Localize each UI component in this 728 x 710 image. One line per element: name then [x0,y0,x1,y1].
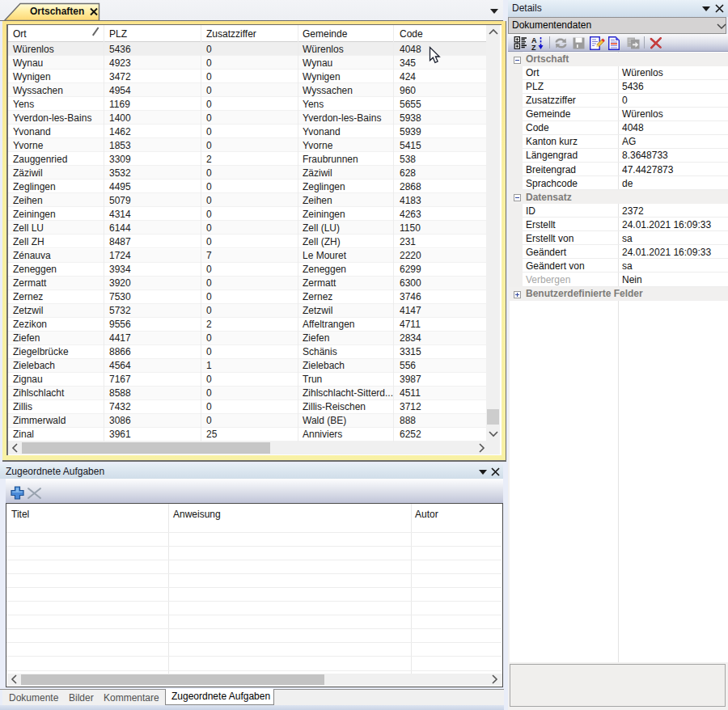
svg-text:Z: Z [531,44,536,52]
